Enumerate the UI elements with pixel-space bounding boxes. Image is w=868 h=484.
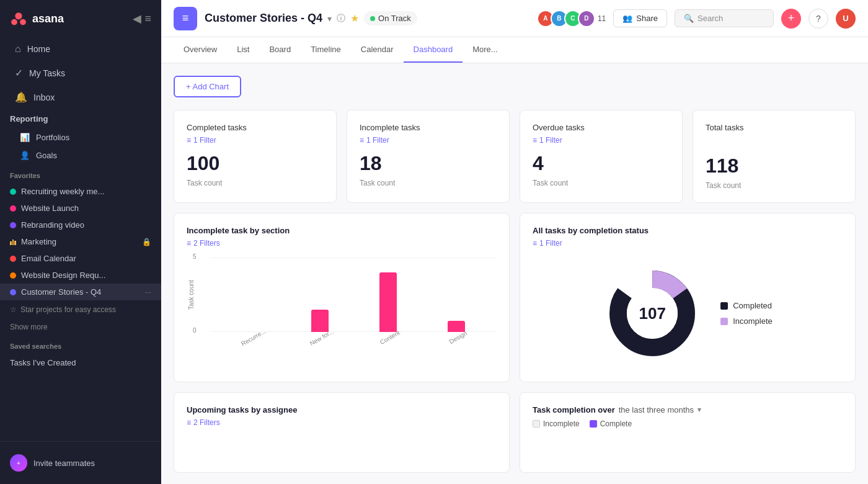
fav-label-website-design: Website Design Requ... (21, 271, 105, 280)
svg-point-2 (20, 19, 26, 25)
fav-item-customer-stories[interactable]: Customer Stories - Q4 ··· (0, 284, 161, 300)
sidebar-toggle-icon[interactable]: ◀ ≡ (133, 12, 151, 25)
invite-teammates-button[interactable]: + Invite teammates (0, 448, 161, 478)
main-content: ≡ Customer Stories - Q4 ▾ ⓘ ★ On Track A… (161, 0, 868, 484)
bar-filter-label: 2 Filters (193, 239, 220, 248)
legend-item-completed: Completed (720, 301, 773, 310)
add-chart-button[interactable]: + Add Chart (174, 76, 241, 97)
share-button[interactable]: 👥 Share (613, 9, 667, 27)
charts-row: Incomplete task by section ≡ 2 Filters 5… (174, 213, 856, 382)
star-projects-label: Star projects for easy access (20, 305, 116, 314)
status-badge[interactable]: On Track (364, 11, 417, 25)
bars-area (211, 258, 497, 332)
avatar-4: D (578, 10, 595, 27)
fav-label-customer-stories: Customer Stories - Q4 (21, 287, 101, 297)
help-button[interactable]: ? (808, 9, 828, 29)
svg-point-0 (15, 12, 22, 19)
tab-overview[interactable]: Overview (174, 37, 227, 63)
stat-filter-completed[interactable]: ≡ 1 Filter (187, 136, 324, 145)
fav-item-recruiting[interactable]: Recruiting weekly me... (0, 183, 161, 200)
title-caret-icon[interactable]: ▾ (327, 14, 332, 24)
upcoming-tasks-filter[interactable]: ≡ 2 Filters (187, 418, 497, 427)
fav-item-website-design[interactable]: Website Design Requ... (0, 267, 161, 284)
title-info-icon[interactable]: ⓘ (337, 13, 345, 24)
search-box[interactable]: 🔍 Search (675, 9, 774, 27)
tab-more[interactable]: More... (463, 37, 507, 63)
filter-label-incomplete: 1 Filter (366, 136, 389, 145)
completion-header: Task completion over the last three mont… (533, 405, 843, 415)
asana-logo[interactable]: asana (10, 10, 64, 27)
sidebar-item-inbox[interactable]: 🔔 Inbox (5, 86, 156, 109)
upcoming-filter-icon: ≡ (187, 418, 191, 427)
tab-list[interactable]: List (227, 37, 259, 63)
project-icon-button[interactable]: ≡ (174, 7, 197, 30)
tab-board[interactable]: Board (259, 37, 301, 63)
tab-timeline[interactable]: Timeline (301, 37, 351, 63)
fav-item-website-launch[interactable]: Website Launch (0, 200, 161, 217)
stat-number-incomplete: 18 (360, 152, 497, 175)
user-initials: U (843, 14, 848, 23)
saved-search-tasks-created[interactable]: Tasks I've Created (0, 354, 161, 372)
fav-item-marketing[interactable]: Marketing 🔒 (0, 233, 161, 250)
sidebar: asana ◀ ≡ ⌂ Home ✓ My Tasks 🔔 Inbox Repo… (0, 0, 161, 484)
avatar-count: 11 (598, 14, 606, 23)
fav-label-recruiting: Recruiting weekly me... (21, 187, 104, 196)
stat-filter-overdue[interactable]: ≡ 1 Filter (533, 136, 670, 145)
sidebar-item-my-tasks[interactable]: ✓ My Tasks (5, 61, 156, 84)
task-completion-card: Task completion over the last three mont… (520, 392, 856, 473)
bar-chart: 5 0 (187, 258, 497, 357)
sidebar-item-goals[interactable]: 👤 Goals (0, 146, 161, 164)
sidebar-item-home[interactable]: ⌂ Home (5, 38, 156, 60)
sidebar-item-home-label: Home (27, 44, 50, 54)
stat-filter-incomplete[interactable]: ≡ 1 Filter (360, 136, 497, 145)
customer-stories-more-icon[interactable]: ··· (145, 288, 151, 297)
question-icon: ? (816, 14, 821, 24)
completion-title: Task completion over (533, 405, 615, 415)
show-more-button[interactable]: Show more (0, 319, 161, 335)
search-icon: 🔍 (684, 14, 694, 23)
check-icon: ✓ (15, 67, 23, 79)
donut-filter-icon: ≡ (533, 239, 537, 248)
donut-center-value: 107 (639, 304, 666, 323)
completion-caret-icon[interactable]: ▾ (698, 406, 701, 414)
tab-dashboard[interactable]: Dashboard (404, 37, 463, 63)
bar-filter-icon: ≡ (187, 239, 191, 248)
stat-title-incomplete: Incomplete tasks (360, 123, 497, 132)
stat-label-total: Task count (706, 181, 843, 190)
donut-container: 107 Completed Incomplete (533, 258, 843, 369)
stat-card-total: Total tasks 118 Task count (693, 110, 856, 203)
filter-label-completed: 1 Filter (193, 136, 216, 145)
completion-legend: Incomplete Complete (533, 419, 843, 428)
donut-chart-filter[interactable]: ≡ 1 Filter (533, 239, 843, 248)
fav-label-rebranding: Rebranding video (21, 220, 84, 230)
fav-dot-website-launch (10, 205, 16, 212)
stat-title-completed: Completed tasks (187, 123, 324, 132)
legend-incomplete-box (533, 420, 540, 428)
bar-chart-filter[interactable]: ≡ 2 Filters (187, 239, 497, 248)
legend-dot-incomplete (720, 318, 728, 325)
stat-card-completed: Completed tasks ≡ 1 Filter 100 Task coun… (174, 110, 337, 203)
tab-calendar[interactable]: Calendar (351, 37, 404, 63)
goals-icon: 👤 (20, 151, 30, 160)
avatars-group[interactable]: A B C D 11 (537, 10, 606, 27)
add-button[interactable]: + (781, 9, 801, 29)
title-star-icon[interactable]: ★ (350, 12, 359, 24)
status-label: On Track (378, 14, 411, 23)
bar-x-labels: Recurre... New for... Content Design (211, 332, 497, 357)
sidebar-item-portfolios[interactable]: 📊 Portfolios (0, 128, 161, 146)
svg-point-1 (11, 19, 17, 25)
stats-row: Completed tasks ≡ 1 Filter 100 Task coun… (174, 110, 856, 203)
fav-item-email-calendar[interactable]: Email Calendar (0, 250, 161, 267)
stat-label-overdue: Task count (533, 179, 670, 187)
stat-title-total: Total tasks (706, 123, 843, 132)
user-avatar-button[interactable]: U (836, 9, 856, 29)
bar-new-for (311, 310, 329, 332)
bar-chart-card: Incomplete task by section ≡ 2 Filters 5… (174, 213, 510, 382)
topbar-right: A B C D 11 👥 Share 🔍 Search + ? U (537, 9, 856, 29)
nav-tabs: Overview List Board Timeline Calendar Da… (161, 37, 868, 63)
search-placeholder: Search (698, 14, 723, 23)
sidebar-bottom: + Invite teammates (0, 441, 161, 484)
fav-item-rebranding[interactable]: Rebranding video (0, 217, 161, 233)
fav-label-website-launch: Website Launch (21, 204, 79, 213)
legend-item-incomplete: Incomplete (720, 316, 773, 326)
